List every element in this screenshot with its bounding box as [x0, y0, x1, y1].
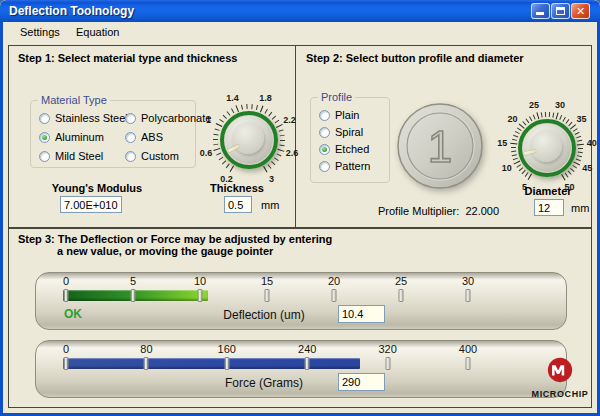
- knob-tick: [573, 128, 578, 132]
- thickness-input[interactable]: [224, 196, 252, 213]
- gauge-tick: [332, 289, 337, 302]
- knob-tick: [517, 127, 522, 131]
- button-preview: 1: [396, 102, 484, 190]
- gauge-tick-label: 0: [63, 343, 69, 355]
- radio-option-etched[interactable]: Etched: [319, 143, 385, 155]
- material-type-options: Stainless SteelPolycarbonateAluminumABSM…: [39, 112, 197, 162]
- gauge-tick-label: 10: [194, 275, 206, 287]
- knob-tick: [578, 152, 583, 154]
- radio-selected-icon[interactable]: [319, 144, 330, 155]
- gauge-tick-label: 0: [63, 275, 69, 287]
- knob-scale-label: 1: [206, 115, 211, 125]
- knob-tick: [223, 115, 227, 119]
- profile-options: PlainSpiralEtchedPattern: [319, 109, 385, 172]
- close-button[interactable]: ✕: [571, 3, 590, 19]
- radio-option-spiral[interactable]: Spiral: [319, 126, 385, 138]
- knob-scale-label: 30: [555, 100, 565, 110]
- radio-icon[interactable]: [39, 113, 50, 124]
- radio-option-polycarbonate[interactable]: Polycarbonate: [125, 112, 197, 124]
- knob-tick: [256, 105, 258, 110]
- thickness-knob[interactable]: 0.20.611.41.82.22.63: [201, 92, 297, 188]
- diameter-input[interactable]: [534, 199, 564, 216]
- knob-scale-label: 2.2: [283, 115, 296, 125]
- knob-scale-label: 15: [497, 138, 507, 148]
- knob-scale-label: 20: [508, 114, 518, 124]
- maximize-icon: [556, 7, 565, 15]
- knob-tick: [528, 173, 532, 180]
- radio-label: Aluminum: [55, 131, 104, 143]
- gauge-tick-label: 20: [328, 275, 340, 287]
- radio-label: Custom: [141, 150, 179, 162]
- radio-icon[interactable]: [319, 127, 330, 138]
- menu-equation[interactable]: Equation: [74, 22, 121, 42]
- radio-icon[interactable]: [125, 151, 136, 162]
- radio-icon[interactable]: [319, 161, 330, 172]
- radio-label: Spiral: [335, 126, 363, 138]
- radio-icon[interactable]: [39, 151, 50, 162]
- radio-option-stainless-steel[interactable]: Stainless Steel: [39, 112, 125, 124]
- knob-scale-label: 2.6: [286, 148, 299, 158]
- radio-label: ABS: [141, 131, 163, 143]
- radio-option-aluminum[interactable]: Aluminum: [39, 131, 125, 143]
- radio-icon[interactable]: [319, 110, 330, 121]
- close-icon: ✕: [572, 4, 589, 18]
- gauge-value-input[interactable]: [338, 305, 385, 323]
- knob-tick: [577, 155, 582, 157]
- gauge-tick-label: 160: [218, 343, 236, 355]
- maximize-button[interactable]: [551, 3, 570, 19]
- minimize-button[interactable]: [531, 3, 550, 19]
- knob-tick: [263, 166, 267, 173]
- titlebar: Deflection Toolnology ✕: [0, 0, 600, 22]
- knob-tick: [271, 161, 275, 165]
- knob-tick: [280, 135, 285, 137]
- knob-tick: [545, 112, 546, 117]
- radio-option-abs[interactable]: ABS: [125, 131, 197, 143]
- radio-option-custom[interactable]: Custom: [125, 150, 197, 162]
- radio-label: Plain: [335, 109, 359, 121]
- knob-scale-label: 1.8: [259, 93, 272, 103]
- diameter-knob[interactable]: 5101520253035404550: [499, 100, 595, 196]
- radio-icon[interactable]: [125, 132, 136, 143]
- gauge-tick-label: 80: [140, 343, 152, 355]
- radio-label: Stainless Steel: [55, 112, 128, 124]
- knob-tick: [529, 116, 532, 121]
- knob-tick: [219, 157, 224, 161]
- knob-scale-label: 1.4: [226, 93, 239, 103]
- gauge-bar[interactable]: [63, 358, 360, 369]
- profile-label: Profile: [318, 91, 355, 103]
- menu-settings[interactable]: Settings: [18, 22, 62, 42]
- radio-option-pattern[interactable]: Pattern: [319, 160, 385, 172]
- knob-tick: [277, 149, 284, 152]
- knob-tick: [536, 112, 539, 119]
- gauge-tick: [399, 289, 404, 302]
- step1-title: Step 1: Select material type and thickne…: [18, 52, 237, 64]
- gauge-tick: [224, 357, 229, 370]
- knob-tick: [272, 116, 276, 120]
- microchip-logo-text: MICROCHIP: [524, 389, 596, 399]
- youngs-modulus-input[interactable]: [60, 196, 122, 213]
- knob-tick: [533, 115, 536, 120]
- radio-option-mild-steel[interactable]: Mild Steel: [39, 150, 125, 162]
- radio-option-plain[interactable]: Plain: [319, 109, 385, 121]
- knob-cap: [232, 122, 264, 154]
- coin-number: 1: [428, 122, 452, 171]
- microchip-logo-icon: [546, 356, 574, 384]
- knob-tick: [578, 148, 583, 149]
- gauge-bar[interactable]: [63, 290, 208, 301]
- gauge-tick: [385, 357, 390, 370]
- radio-selected-icon[interactable]: [39, 132, 50, 143]
- knob-tick: [513, 158, 518, 161]
- knob-tick: [511, 151, 516, 153]
- step3-title-line2: a new value, or moving the gauge pointer: [57, 245, 273, 257]
- radio-icon[interactable]: [125, 113, 136, 124]
- knob-scale-label: 0.6: [200, 148, 213, 158]
- knob-tick: [563, 117, 566, 122]
- youngs-modulus-label: Young's Modulus: [38, 182, 156, 194]
- knob-tick: [549, 112, 550, 117]
- gauge-value-input[interactable]: [338, 373, 385, 391]
- knob-tick: [231, 108, 234, 113]
- knob-tick: [577, 144, 584, 146]
- gauge-tick-label: 30: [462, 275, 474, 287]
- microchip-logo: MICROCHIP: [524, 356, 596, 399]
- gauge-tick-label: 25: [395, 275, 407, 287]
